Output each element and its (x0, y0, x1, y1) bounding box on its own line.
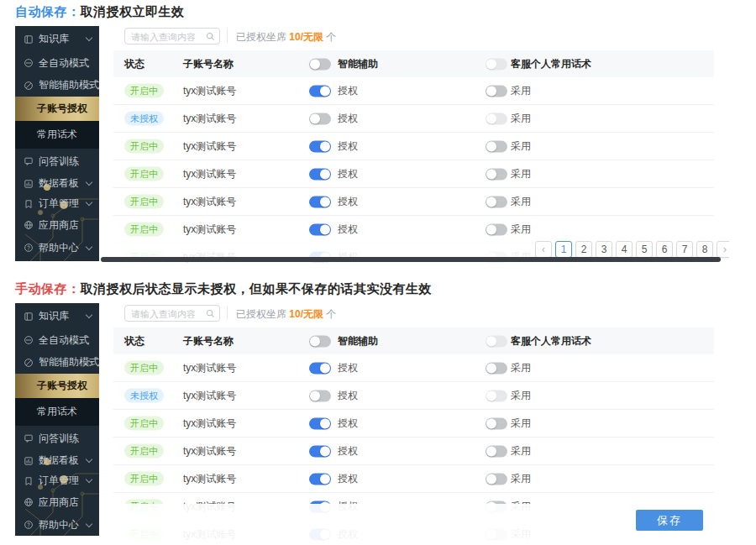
sidebar-item-订单管理[interactable]: 订单管理 (15, 470, 99, 491)
sidebar-item-知识库[interactable]: 知识库 (15, 303, 99, 329)
adopt-label: 采用 (511, 472, 531, 486)
search-input[interactable] (131, 307, 203, 321)
authorize-label: 授权 (338, 139, 358, 154)
authorize-toggle[interactable] (309, 223, 331, 235)
auto-save-panel: 自动保存：取消授权立即生效 知识库全自动模式智能辅助模式子账号授权常用话术问答训… (0, 0, 756, 277)
adopt-label: 采用 (511, 84, 531, 98)
sidebar-item-帮助中心[interactable]: 帮助中心 (15, 236, 99, 259)
authorize-toggle[interactable] (309, 168, 331, 180)
sidebar-item-数据看板[interactable]: 数据看板 (15, 451, 99, 470)
adopt-toggle[interactable] (486, 417, 507, 429)
authorize-label: 授权 (338, 472, 358, 486)
auto-mode-icon (24, 58, 34, 68)
sidebar-item-智能辅助模式[interactable]: 智能辅助模式 (15, 351, 99, 374)
sidebar-item-常用话术[interactable]: 常用话术 (15, 398, 99, 426)
save-button[interactable]: 保存 (636, 510, 703, 531)
pagination-page-1[interactable]: 1 (555, 241, 572, 258)
sidebar-item-应用商店[interactable]: 应用商店 (15, 214, 99, 236)
title-highlight: 自动保存： (15, 4, 81, 18)
sidebar-item-子账号授权[interactable]: 子账号授权 (15, 97, 99, 121)
sidebar-item-label: 订单管理 (39, 474, 79, 488)
authorize-toggle[interactable] (309, 85, 331, 97)
sidebar-item-问答训练[interactable]: 问答训练 (15, 426, 99, 451)
adopt-toggle[interactable] (486, 85, 507, 97)
authorize-toggle[interactable] (309, 390, 331, 401)
table-row: 未授权tyx测试账号授权采用 (113, 105, 714, 133)
manual-save-panel: 手动保存：取消授权后状态显示未授权，但如果不保存的话其实没有生效 知识库全自动模… (0, 277, 756, 545)
pagination-next-icon[interactable]: › (717, 241, 729, 258)
adopt-label: 采用 (511, 417, 531, 431)
authorize-toggle[interactable] (309, 362, 331, 374)
adopt-label: 采用 (511, 195, 531, 209)
search-input[interactable] (131, 30, 203, 44)
title-highlight: 手动保存： (15, 281, 81, 296)
pagination-page-8[interactable]: 8 (696, 241, 713, 258)
authorized-seats: 已授权坐席 10/无限 个 (236, 307, 336, 322)
search-icon[interactable] (206, 309, 215, 318)
dashboard-icon (24, 179, 34, 189)
adopt-toggle[interactable] (486, 223, 507, 235)
authorize-toggle[interactable] (309, 445, 331, 457)
status-badge: 未授权 (124, 389, 164, 403)
chevron-down-icon (86, 199, 92, 206)
account-name: tyx测试账号 (183, 84, 236, 98)
authorize-toggle[interactable] (309, 473, 331, 485)
sidebar-item-知识库[interactable]: 知识库 (15, 26, 99, 52)
pagination-page-3[interactable]: 3 (596, 241, 612, 258)
sidebar: 知识库全自动模式智能辅助模式子账号授权常用话术问答训练数据看板订单管理应用商店帮… (15, 26, 99, 261)
adopt-toggle[interactable] (486, 473, 507, 485)
search-icon[interactable] (206, 32, 215, 41)
chevron-down-icon (86, 312, 92, 318)
pagination-page-7[interactable]: 7 (676, 241, 693, 258)
sidebar-item-子账号授权[interactable]: 子账号授权 (15, 374, 99, 398)
sidebar-item-问答训练[interactable]: 问答训练 (15, 149, 99, 174)
sidebar-item-帮助中心[interactable]: 帮助中心 (15, 513, 99, 536)
phrases-master-toggle[interactable] (486, 58, 507, 70)
sidebar-item-label: 全自动模式 (39, 333, 89, 348)
sidebar-item-应用商店[interactable]: 应用商店 (15, 491, 99, 513)
authorize-label: 授权 (338, 84, 358, 98)
pagination: ‹12345678› (535, 241, 729, 258)
pagination-page-2[interactable]: 2 (575, 241, 592, 258)
sidebar-item-数据看板[interactable]: 数据看板 (15, 174, 99, 193)
sidebar-item-label: 数据看板 (39, 453, 79, 468)
pagination-page-4[interactable]: 4 (616, 241, 633, 258)
sidebar-item-订单管理[interactable]: 订单管理 (15, 193, 99, 214)
adopt-toggle[interactable] (486, 390, 507, 401)
pagination-page-5[interactable]: 5 (636, 241, 653, 258)
sidebar-item-全自动模式[interactable]: 全自动模式 (15, 329, 99, 351)
toolbar-divider (227, 29, 228, 43)
adopt-toggle[interactable] (486, 362, 507, 374)
adopt-toggle[interactable] (486, 168, 507, 180)
chevron-down-icon (86, 476, 92, 483)
pagination-prev-icon[interactable]: ‹ (535, 241, 552, 258)
adopt-label: 采用 (511, 361, 531, 375)
status-badge: 开启中 (124, 472, 164, 486)
assist-master-toggle[interactable] (309, 335, 331, 347)
chevron-down-icon (86, 456, 92, 463)
authorize-toggle[interactable] (309, 417, 331, 429)
horizontal-scrollbar[interactable] (101, 257, 721, 262)
authorize-label: 授权 (338, 223, 358, 237)
table-row: 开启中tyx测试账号授权采用 (113, 465, 714, 493)
adopt-toggle[interactable] (486, 140, 507, 152)
seats-label: 已授权坐席 (236, 308, 286, 320)
adopt-toggle[interactable] (486, 196, 507, 207)
authorize-label: 授权 (338, 167, 358, 181)
phrases-master-toggle[interactable] (486, 335, 507, 347)
assist-master-toggle[interactable] (309, 58, 331, 70)
authorize-toggle[interactable] (309, 196, 331, 207)
store-icon (24, 497, 34, 507)
adopt-toggle[interactable] (486, 445, 507, 457)
main-content: 已授权坐席 10/无限 个 状态 子账号名称 智能辅助 客服个人常用话术 开启中… (99, 26, 734, 263)
sidebar-item-常用话术[interactable]: 常用话术 (15, 121, 99, 149)
sidebar-item-智能辅助模式[interactable]: 智能辅助模式 (15, 74, 99, 97)
authorize-label: 授权 (338, 417, 358, 431)
pagination-page-6[interactable]: 6 (656, 241, 673, 258)
adopt-toggle[interactable] (486, 113, 507, 124)
authorize-toggle[interactable] (309, 140, 331, 152)
col-assist: 智能辅助 (338, 57, 378, 71)
seats-unit: 个 (326, 308, 336, 320)
authorize-toggle[interactable] (309, 113, 331, 124)
sidebar-item-全自动模式[interactable]: 全自动模式 (15, 52, 99, 74)
